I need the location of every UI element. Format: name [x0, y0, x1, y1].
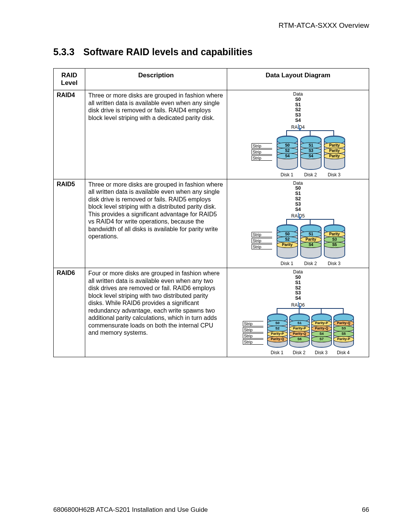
data-segment: S1: [230, 102, 366, 108]
section-heading: 5.3.3 Software RAID levels and capabilit…: [53, 46, 369, 58]
data-segment: S3: [230, 291, 366, 296]
raid-diagram: DataS0S1S2S3S4RAID5StripeStripeStripeS0S…: [230, 181, 366, 267]
stripe-labels: StripeStripeStripe: [252, 232, 272, 249]
raid-level-cell: RAID5: [54, 179, 85, 268]
disks-row: StripeStripeStripeStripeS0S2Parity-PPari…: [230, 313, 366, 355]
disk-cylinder-icon: S0S2Parity-PParity-Q: [267, 313, 288, 348]
disk: Parity-QS3S5Parity-PDisk 4: [333, 313, 353, 355]
data-input-column: DataS0S1S2S3S4RAID4: [230, 92, 366, 130]
data-segment: S1: [230, 191, 366, 197]
disk: S0S2S4Disk 1: [277, 136, 297, 177]
stripe-label: Stripe: [252, 143, 272, 149]
disk-band: S4: [300, 153, 322, 159]
footer-page-number: 66: [362, 506, 369, 514]
disk-label: Disk 2: [300, 261, 321, 266]
bus-connector: [230, 308, 366, 313]
raid-desc-cell: Three or more disks are grouped in fashi…: [85, 90, 227, 179]
raid-table: RAID Level Description Data Layout Diagr…: [53, 68, 369, 357]
disk-cylinder-icon: ParityS3S5: [324, 224, 345, 259]
disk-label: Disk 3: [324, 172, 344, 177]
disk-band: Parity: [277, 242, 298, 248]
raid-diagram-cell: DataS0S1S2S3S4RAID4StripeStripeStripeS0S…: [227, 90, 369, 179]
stripe-label: Stripe: [243, 321, 263, 326]
raid-level-cell: RAID6: [54, 268, 85, 357]
col-description: Description: [85, 69, 227, 90]
disk: S1ParityS4Disk 2: [300, 224, 321, 266]
stripe-label: Stripe: [243, 333, 263, 339]
stripe-label: Stripe: [252, 244, 272, 249]
raid-desc-cell: Three or more disks are grouped in fashi…: [85, 179, 227, 268]
raid-diagram: DataS0S1S2S3S4RAID4StripeStripeStripeS0S…: [230, 92, 366, 177]
disk: ParityS3S5Disk 3: [324, 224, 344, 266]
disk: Parity-PParity-QS4S7Disk 3: [311, 313, 331, 355]
stripe-label: Stripe: [252, 232, 272, 237]
disk-cylinder-icon: S1Parity-PParity-QS6: [289, 313, 310, 348]
disk: S0S2ParityDisk 1: [277, 224, 297, 266]
data-label: Data: [230, 92, 366, 97]
disks-row: StripeStripeStripeS0S2S4Disk 1S1S3S4Disk…: [230, 136, 366, 177]
disk-cylinder-icon: S1ParityS4: [300, 224, 322, 259]
data-segment: S2: [230, 107, 366, 113]
raid-level-cell: RAID4: [54, 90, 85, 179]
disk: ParityParityParityDisk 3: [324, 136, 344, 177]
disk-label: Disk 2: [300, 172, 321, 177]
page-footer: 6806800H62B ATCA-S201 Installation and U…: [53, 506, 369, 514]
document-page: RTM-ATCA-SXXX Overview 5.3.3 Software RA…: [0, 0, 411, 532]
data-segment: S2: [230, 286, 366, 291]
disk: S1S3S4Disk 2: [300, 136, 321, 177]
disk-band: S4: [277, 153, 298, 159]
disk-label: Disk 3: [311, 350, 331, 355]
disk-cylinder-icon: S0S2S4: [277, 136, 298, 170]
stripe-labels: StripeStripeStripeStripe: [243, 321, 263, 345]
stripe-label: Stripe: [252, 155, 272, 161]
disks-row: StripeStripeStripeS0S2ParityDisk 1S1Pari…: [230, 224, 366, 266]
data-label: Data: [230, 270, 366, 275]
section-title: Software RAID levels and capabilities: [83, 46, 253, 57]
disk: S1Parity-PParity-QS6Disk 2: [289, 313, 309, 355]
disk-label: Disk 1: [277, 172, 297, 177]
disk-band: S6: [289, 336, 310, 342]
data-input-column: DataS0S1S2S3S4RAID5: [230, 181, 366, 219]
disk-band: S4: [300, 242, 322, 248]
page-header: RTM-ATCA-SXXX Overview: [53, 21, 369, 30]
stripe-label: Stripe: [243, 327, 263, 332]
data-segment: S3: [230, 113, 366, 118]
disk-label: Disk 2: [289, 350, 309, 355]
table-row: RAID4Three or more disks are grouped in …: [54, 90, 369, 179]
data-segment: S1: [230, 280, 366, 286]
disk-cylinder-icon: Parity-QS3S5Parity-P: [333, 313, 354, 348]
data-segment: S4: [230, 296, 366, 301]
disk-band: Parity-P: [333, 336, 354, 342]
stripe-label: Stripe: [252, 238, 272, 243]
disk-label: Disk 1: [277, 261, 297, 266]
data-segment: S3: [230, 202, 366, 207]
data-segment: S4: [230, 207, 366, 212]
raid-diagram-cell: DataS0S1S2S3S4RAID6StripeStripeStripeStr…: [227, 268, 369, 357]
data-label: Data: [230, 181, 366, 186]
disk-band: S5: [324, 242, 345, 248]
data-segment: S2: [230, 197, 366, 202]
data-input-column: DataS0S1S2S3S4RAID6: [230, 270, 366, 308]
data-segment: S0: [230, 186, 366, 191]
raid-diagram: DataS0S1S2S3S4RAID6StripeStripeStripeStr…: [230, 270, 366, 355]
data-segment: S4: [230, 118, 366, 123]
bus-connector: [230, 219, 366, 224]
stripe-label: Stripe: [243, 339, 263, 345]
disk-band: S7: [311, 336, 332, 342]
disk-cylinder-icon: S0S2Parity: [277, 224, 298, 259]
bus-connector: [230, 130, 366, 136]
data-segment: S0: [230, 275, 366, 280]
table-row: RAID6Four or more disks are grouped in f…: [54, 268, 369, 357]
stripe-label: Stripe: [252, 149, 272, 155]
col-diagram: Data Layout Diagram: [227, 69, 369, 90]
disk: S0S2Parity-PParity-QDisk 1: [267, 313, 287, 355]
disk-label: Disk 1: [267, 350, 287, 355]
footer-doc-title: 6806800H62B ATCA-S201 Installation and U…: [53, 506, 208, 514]
disk-label: Disk 4: [333, 350, 353, 355]
disk-label: Disk 3: [324, 261, 344, 266]
section-number: 5.3.3: [53, 46, 81, 58]
raid-desc-cell: Four or more disks are grouped in fashio…: [85, 268, 227, 357]
raid-diagram-cell: DataS0S1S2S3S4RAID5StripeStripeStripeS0S…: [227, 179, 369, 268]
col-raid-level: RAID Level: [54, 69, 85, 90]
stripe-labels: StripeStripeStripe: [252, 143, 272, 161]
